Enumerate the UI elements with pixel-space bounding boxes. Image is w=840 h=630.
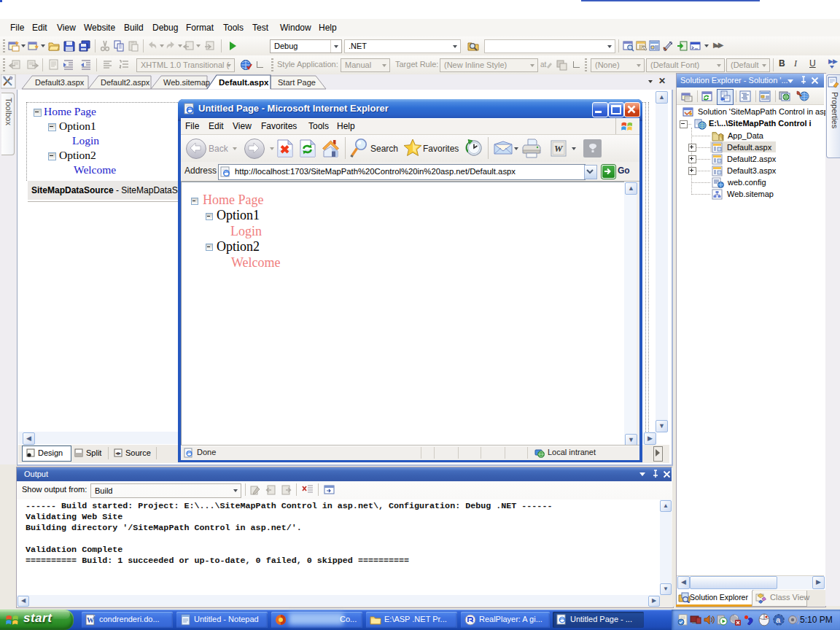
svg-text:Default2.aspx: Default2.aspx xyxy=(101,78,150,87)
svg-text:◂▸: ◂▸ xyxy=(115,450,121,456)
svg-text:at: at xyxy=(540,61,547,69)
svg-text:W: W xyxy=(554,143,564,154)
svg-text:Start Page: Start Page xyxy=(278,78,316,87)
svg-text:Default.aspx: Default.aspx xyxy=(219,78,269,87)
svg-text:Web.sitemap: Web.sitemap xyxy=(163,78,210,87)
svg-text:Default3.aspx: Default3.aspx xyxy=(35,78,85,87)
svg-text:a: a xyxy=(776,615,781,624)
svg-text:W: W xyxy=(87,616,94,624)
